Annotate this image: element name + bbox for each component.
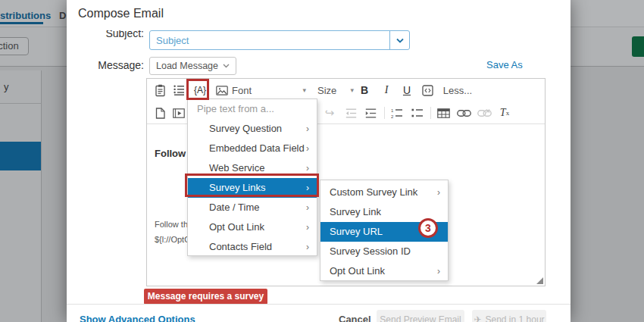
annotation-step-badge: 3 [418,218,438,238]
caret-down-icon: ▾ [302,86,306,94]
insert-media-icon[interactable] [170,102,187,124]
unlink-icon[interactable] [475,102,493,124]
paste-icon[interactable] [152,79,168,102]
show-advanced-options-link[interactable]: Show Advanced Options [80,314,195,322]
submenu-item-label: Survey Session ID [330,245,411,257]
send-in-hour-label: Send in 1 hour [486,314,545,322]
message-label: Message: [82,59,144,71]
menu-item-opt-out-link[interactable]: Opt Out Link› [188,217,317,237]
submenu-chevron-icon: › [437,261,440,281]
submenu-chevron-icon: › [306,198,309,217]
send-in-1-hour-button[interactable]: ✈ Send in 1 hour [472,310,546,322]
submenu-item-opt-out-link[interactable]: Opt Out Link› [320,261,448,281]
svg-text:1: 1 [391,108,394,113]
subject-dropdown-button[interactable] [389,31,409,49]
modal-footer: Show Advanced Options Cancel Send Previe… [67,304,571,322]
menu-item-embedded-data-field[interactable]: Embedded Data Field› [188,139,317,158]
submenu-chevron-icon: › [306,217,309,237]
modal-header: Compose Email [67,0,571,30]
chevron-down-icon [223,64,230,68]
underline-button[interactable]: U [399,79,415,102]
toolbar-divider [430,107,431,119]
paper-plane-icon: ✈ [474,314,481,322]
toolbar-divider [384,107,385,119]
insert-link-icon[interactable] [455,102,473,124]
source-icon[interactable] [419,79,436,102]
menu-item-survey-question[interactable]: Survey Question› [188,119,317,139]
submenu-item-label: Custom Survey Link [330,186,417,198]
size-label: Size [317,85,336,96]
menu-item-label: Opt Out Link [209,221,264,233]
pipe-text-menu-header: Pipe text from a... [188,99,317,119]
remove-format-button[interactable]: Tx [496,102,514,124]
cancel-button[interactable]: Cancel [339,314,371,322]
less-toggle[interactable]: Less... [441,79,474,102]
chevron-down-icon [396,38,404,43]
screen: stributions D ection y Compose Email Sub… [0,0,644,322]
save-as-link[interactable]: Save As [486,59,523,70]
remove-format-x: x [506,109,510,117]
send-preview-label: Send Preview Email [380,314,461,322]
survey-link-warning-badge: Message requires a survey link [144,289,267,305]
submenu-item-label: Survey Link [330,206,381,217]
svg-text:2: 2 [391,114,394,119]
redo-icon[interactable]: ↪ [321,102,338,124]
menu-item-label: Survey Question [209,123,282,134]
menu-item-label: Date / Time [209,202,259,213]
editor-resize-handle[interactable] [536,277,543,284]
caret-down-icon: ▾ [350,86,354,94]
bullet-list-icon[interactable] [408,102,427,124]
insert-table-icon[interactable] [434,102,452,124]
submenu-chevron-icon: › [306,139,309,158]
annotation-box-piped-text [186,79,209,100]
indent-icon[interactable] [362,102,379,124]
menu-item-label: Web Service [209,162,264,174]
subject-input[interactable] [150,31,389,49]
size-dropdown[interactable]: Size ▾ [317,79,354,102]
italic-button[interactable]: I [378,79,395,102]
menu-item-date-time[interactable]: Date / Time› [188,198,317,217]
menu-item-label: Contacts Field [209,241,272,252]
load-message-button[interactable]: Load Message [149,57,236,75]
body-text-line1: Follow t [155,148,192,159]
bold-button[interactable]: B [356,79,373,102]
submenu-item-custom-survey-link[interactable]: Custom Survey Link› [320,183,448,202]
submenu-item-survey-session-id[interactable]: Survey Session ID [320,242,448,261]
send-preview-email-button[interactable]: Send Preview Email [377,310,464,322]
remove-format-t: T [500,107,506,119]
modal-title: Compose Email [78,7,164,20]
load-message-label: Load Message [156,61,218,71]
submenu-item-label: Survey URL [330,226,383,237]
font-label: Font [232,85,252,96]
submenu-chevron-icon: › [437,183,440,202]
ordered-list-icon[interactable]: 12 [388,102,406,124]
submenu-chevron-icon: › [306,119,309,139]
submenu-chevron-icon: › [306,237,309,257]
menu-item-label: Embedded Data Field [209,142,305,154]
new-page-icon[interactable] [152,102,168,124]
menu-item-contacts-field[interactable]: Contacts Field› [188,237,317,257]
annotation-box-survey-links [185,174,319,197]
subject-field [149,30,410,50]
compose-email-modal: Compose Email Subject: Message: Load Mes… [67,0,571,322]
submenu-item-label: Opt Out Link [330,265,385,277]
outdent-icon[interactable] [342,102,359,124]
insert-list-icon[interactable] [170,79,187,102]
